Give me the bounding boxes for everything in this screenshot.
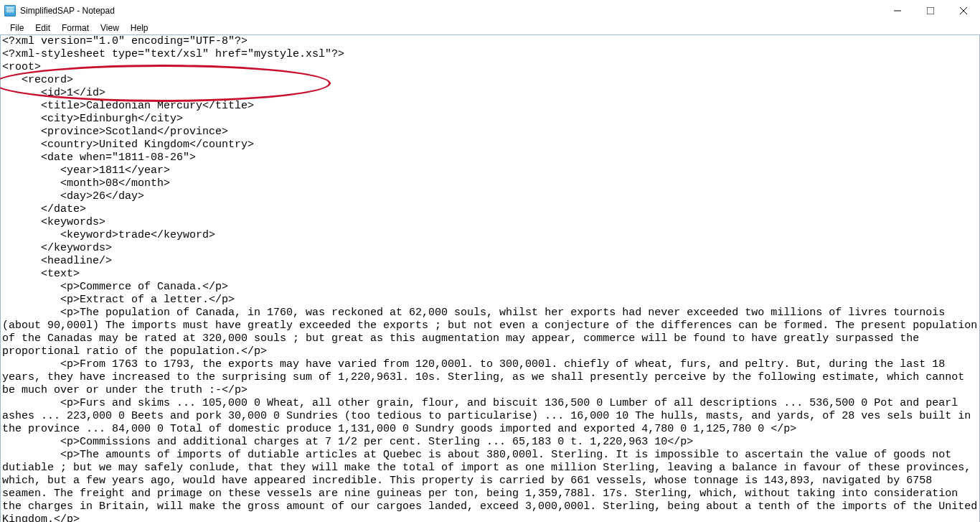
menu-edit[interactable]: Edit — [29, 22, 56, 34]
menu-file[interactable]: File — [4, 22, 29, 34]
menu-help[interactable]: Help — [125, 22, 154, 34]
text-editor[interactable]: <?xml version="1.0" encoding="UTF-8"?> <… — [1, 35, 979, 522]
minimize-button[interactable] — [881, 0, 914, 22]
menu-view[interactable]: View — [95, 22, 125, 34]
maximize-button[interactable] — [914, 0, 947, 22]
menu-bar: File Edit Format View Help — [0, 22, 980, 34]
close-button[interactable] — [947, 0, 980, 22]
menu-format[interactable]: Format — [56, 22, 95, 34]
window-title: SimplifiedSAP - Notepad — [20, 6, 115, 16]
svg-rect-1 — [927, 7, 934, 14]
title-bar: SimplifiedSAP - Notepad — [0, 0, 980, 22]
editor-frame: <?xml version="1.0" encoding="UTF-8"?> <… — [0, 34, 980, 522]
notepad-icon — [4, 5, 16, 17]
